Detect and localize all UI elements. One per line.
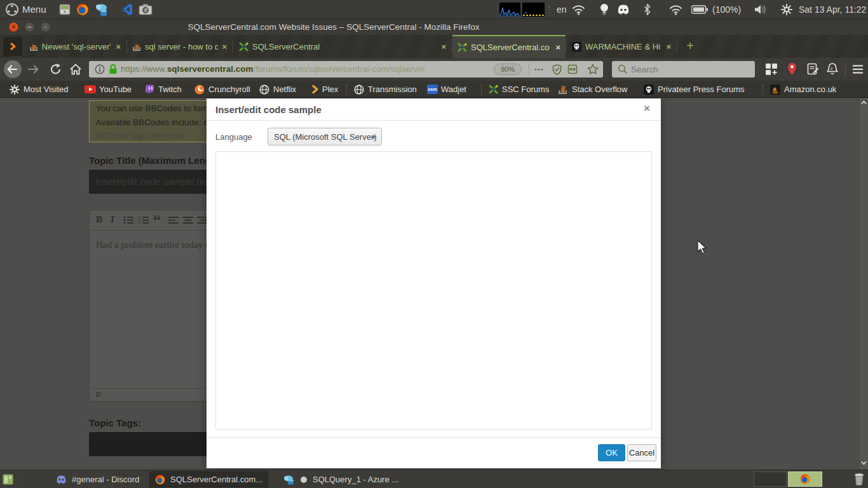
tab-newest-sql-server[interactable]: Newest 'sql-server' Ques × <box>24 35 126 58</box>
search-bar[interactable] <box>612 61 755 78</box>
trash-icon[interactable] <box>853 472 865 486</box>
network-icon[interactable] <box>669 4 682 15</box>
url-bar[interactable]: https://www.sqlservercentral.com/forums/… <box>89 61 603 78</box>
cpu-graph-icon[interactable] <box>499 3 520 17</box>
language-select[interactable]: SQL (Microsoft SQL Server) <box>268 128 382 146</box>
menu-button[interactable]: Menu <box>22 0 46 19</box>
sql-tool-icon[interactable] <box>95 3 109 17</box>
topic-tags-label: Topic Tags: <box>89 417 141 428</box>
dropdown-arrow-icon <box>371 136 376 139</box>
taskbar-item-firefox-active[interactable]: SQLServerCentral.com... <box>149 471 268 487</box>
back-button[interactable] <box>4 60 22 78</box>
bookmark-privateer-press[interactable]: Privateer Press Forums <box>658 81 745 98</box>
plex-icon <box>311 85 319 94</box>
discord-icon[interactable] <box>617 4 630 15</box>
align-left-icon[interactable] <box>168 215 179 225</box>
tab-close-button[interactable]: × <box>222 42 227 51</box>
tab-sqlservercentral-website-issues-active[interactable]: SQLServerCentral.com W × <box>452 35 566 58</box>
screenshot-tool-icon[interactable] <box>139 3 153 16</box>
bluetooth-icon[interactable] <box>644 4 651 15</box>
blockquote-icon[interactable]: “ <box>153 212 161 229</box>
bookmark-amazon[interactable]: Amazon.co.uk <box>784 81 836 98</box>
taskbar-item-discord[interactable]: #general - Discord <box>51 471 144 487</box>
distro-menu-icon[interactable] <box>5 3 19 17</box>
tab-close-button[interactable]: × <box>555 43 560 52</box>
bullet-list-icon[interactable] <box>123 215 134 225</box>
volume-icon[interactable] <box>754 4 767 15</box>
scroll-down-arrow[interactable] <box>861 461 867 465</box>
bookmark-star-icon[interactable] <box>587 64 599 75</box>
edit-page-icon[interactable] <box>807 63 819 75</box>
search-input[interactable] <box>631 61 745 78</box>
taskbar-item-label: #general - Discord <box>72 475 139 484</box>
workspace-1[interactable] <box>754 471 787 487</box>
cancel-button[interactable]: Cancel <box>627 444 656 461</box>
shield-icon[interactable] <box>552 64 562 75</box>
net-graph-icon[interactable] <box>522 3 545 17</box>
italic-icon[interactable]: I <box>111 214 114 225</box>
new-tab-button[interactable]: + <box>682 39 698 54</box>
tab-close-button[interactable]: × <box>666 42 671 51</box>
show-desktop-icon[interactable] <box>3 474 13 485</box>
bookmark-wadjet[interactable]: Wadjet <box>441 81 466 98</box>
home-button[interactable] <box>69 62 83 76</box>
firefox-icon[interactable] <box>76 3 89 16</box>
lock-icon[interactable] <box>109 64 118 74</box>
tab-sqlservercentral[interactable]: SQLServerCentral × <box>234 35 451 58</box>
bookmark-plex[interactable]: Plex <box>322 81 338 98</box>
status-dot-icon <box>300 476 308 484</box>
zoom-level-badge[interactable]: 90% <box>494 64 522 75</box>
bookmark-stack-overflow[interactable]: Stack Overflow <box>572 81 627 98</box>
info-icon[interactable] <box>95 64 105 74</box>
taskbar-item-azure-data-studio[interactable]: SQLQuery_1 - Azure ... <box>278 471 403 487</box>
wifi-icon[interactable] <box>572 4 585 15</box>
page-scrollbar[interactable] <box>860 98 868 470</box>
bookmark-transmission[interactable]: Transmission <box>368 81 417 98</box>
vscode-icon[interactable] <box>121 3 134 16</box>
align-right-icon[interactable] <box>197 215 207 225</box>
numbered-list-icon[interactable]: 123 <box>139 215 149 225</box>
lightbulb-icon[interactable] <box>600 3 609 16</box>
bookmark-crunchyroll[interactable]: Crunchyroll <box>208 81 250 98</box>
bookmark-youtube[interactable]: YouTube <box>99 81 132 98</box>
bold-icon[interactable]: B <box>96 214 102 225</box>
notification-bell-icon[interactable]: z <box>827 62 838 75</box>
bookmark-most-visited[interactable]: Most Visited <box>24 81 69 98</box>
tab-sql-server-declare[interactable]: sql server - how to declar × <box>127 35 232 58</box>
tab-close-button[interactable]: × <box>116 42 121 51</box>
forward-button[interactable] <box>27 63 41 76</box>
session-gear-icon[interactable] <box>781 4 792 15</box>
workspace-2-active[interactable] <box>788 471 822 487</box>
window-minimize-button[interactable]: – <box>25 22 34 32</box>
url-scheme: https://www. <box>121 64 167 74</box>
scroll-up-arrow[interactable] <box>861 100 867 105</box>
bbcode-tags-reference-link[interactable]: BBCode tags reference <box>96 131 185 140</box>
battery-icon[interactable] <box>691 5 708 14</box>
align-center-icon[interactable] <box>183 215 193 225</box>
container-tab-icon[interactable] <box>567 64 578 74</box>
tab-close-button[interactable]: × <box>441 42 446 51</box>
menu-hamburger-icon[interactable] <box>852 64 864 74</box>
grip-handle[interactable] <box>548 6 550 14</box>
bookmark-ssc-forums[interactable]: SSC Forums <box>502 81 549 98</box>
extensions-grid-icon[interactable] <box>765 63 778 76</box>
reload-button[interactable] <box>50 63 62 76</box>
pinned-tab[interactable] <box>4 37 22 55</box>
code-sample-textarea[interactable] <box>215 151 652 430</box>
window-title-bar: × – ▫ SQLServerCentral.com Website Issue… <box>0 19 868 35</box>
bookmark-netflix[interactable]: Netflix <box>273 81 296 98</box>
bookmark-twitch[interactable]: Twitch <box>158 81 182 98</box>
page-actions-icon[interactable]: ••• <box>534 61 544 78</box>
bookmarks-toolbar: Most Visited YouTube Twitch Crunchyroll … <box>0 81 868 98</box>
ok-button[interactable]: OK <box>598 444 625 461</box>
twitch-icon <box>145 85 154 95</box>
file-manager-icon[interactable] <box>58 3 71 16</box>
youtube-icon <box>85 85 96 93</box>
map-pin-icon[interactable] <box>787 62 797 76</box>
window-close-button[interactable]: × <box>9 22 18 32</box>
tab-warmachine-hordes[interactable]: WARMACHINE & HORDE × <box>567 35 676 58</box>
editor-element-path[interactable]: P <box>96 391 101 400</box>
clock[interactable]: Sat 13 Apr, 11:22 <box>799 0 866 19</box>
close-icon[interactable]: × <box>644 102 650 115</box>
keyboard-layout-indicator[interactable]: en <box>557 0 567 19</box>
